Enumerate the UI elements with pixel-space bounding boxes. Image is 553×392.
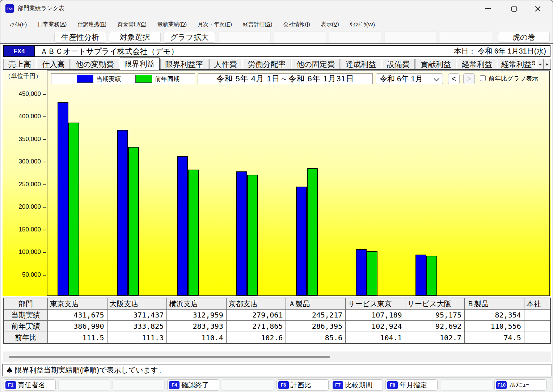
fkey-label-f10: ﾌﾙﾒﾆｭｰ	[508, 381, 529, 389]
tab-0[interactable]: 売上高	[3, 59, 36, 69]
bar-prior-2	[188, 170, 199, 295]
legend-label-0: 当期実績	[96, 75, 121, 83]
fkey-button-f7[interactable]: F7比較期間	[331, 379, 383, 391]
tab-5[interactable]: 人件費	[209, 59, 242, 69]
maximize-icon	[511, 6, 517, 12]
fkey-button-f1[interactable]: F1責任者名	[4, 379, 56, 391]
table-col-header-6: サービス大阪	[405, 298, 465, 310]
table-cell-0-1: 371,437	[107, 310, 167, 321]
fkey-badge-f1: F1	[5, 381, 16, 389]
fkey-badge-f4: F4	[169, 381, 180, 389]
ytick-label-450000: 450,000	[4, 90, 41, 98]
bar-prior-3	[247, 175, 258, 295]
tab-1[interactable]: 仕入高	[37, 59, 70, 69]
toolbar-button-0[interactable]: 生産性分析	[54, 32, 106, 43]
menu-item-3[interactable]: 資金管理(C)	[117, 21, 147, 28]
minimize-button[interactable]	[480, 3, 496, 14]
fkey-label-f7: 比較期間	[345, 380, 372, 390]
tab-scroll-right-button[interactable]: ►	[544, 59, 551, 69]
y-axis-unit-label: （単位千円）	[5, 72, 42, 80]
toolbar-empty-slot-2	[329, 31, 381, 43]
bar-current-0	[58, 102, 68, 295]
toolbar-help-button[interactable]: 虎の巻	[498, 32, 550, 43]
fkey-button-f4[interactable]: F4確認終了	[167, 379, 219, 391]
fkey-empty-slot-1	[58, 379, 110, 391]
toolbar-button-1[interactable]: 対象選択	[109, 32, 161, 43]
table-cell-1-8	[524, 321, 550, 332]
ytick-mark-450000	[43, 94, 46, 95]
fkey-button-f8[interactable]: F8年月指定	[385, 379, 438, 391]
month-select-dropdown[interactable]: 令和 6年 1月	[376, 73, 443, 84]
yoy-graph-checkbox-label: 前年比グラフ表示	[489, 74, 538, 83]
bar-prior-1	[128, 147, 139, 295]
table-cell-2-8	[524, 332, 550, 343]
ytick-mark-300000	[43, 162, 46, 162]
menu-item-9[interactable]: ｳｨﾝﾄﾞｳ(W)	[350, 21, 375, 27]
app-bar: FX4 ＡＢＣオートサプライ株式会社（デモ） 本日： 令和 6年 1月31日(水…	[3, 45, 550, 57]
tab-11[interactable]: 経常利益	[457, 59, 497, 69]
company-bar: ＡＢＣオートサプライ株式会社（デモ） 本日： 令和 6年 1月31日(水)	[35, 46, 550, 56]
table-cell-1-1: 333,825	[107, 321, 167, 332]
table-cell-0-7: 82,354	[465, 310, 524, 321]
horizontal-scrollbar[interactable]	[3, 351, 551, 362]
ytick-mark-400000	[43, 116, 46, 117]
menu-item-0[interactable]: ﾌｧｲﾙ(F)	[9, 21, 27, 27]
table-row-label-0: 当期実績	[4, 310, 48, 321]
scrollbar-thumb[interactable]	[9, 356, 330, 358]
bar-current-1	[117, 130, 128, 295]
bar-current-6	[415, 255, 426, 295]
table-cell-0-6: 95,175	[405, 310, 465, 321]
tab-2[interactable]: 他の変動費	[71, 59, 119, 69]
toolbar-empty-slot-4	[440, 31, 492, 43]
fkey-badge-f8: F8	[387, 381, 398, 389]
close-button[interactable]	[529, 3, 546, 14]
tab-10[interactable]: 貢献利益	[415, 59, 456, 69]
tab-12[interactable]: 経常利益率	[498, 59, 535, 69]
bar-prior-4	[307, 168, 318, 295]
table-row-label-1: 前年実績	[4, 321, 48, 332]
fkey-badge-f7: F7	[333, 381, 343, 389]
bar-prior-5	[367, 251, 377, 295]
ytick-mark-250000	[43, 184, 46, 185]
menu-item-8[interactable]: 表示(V)	[321, 21, 339, 28]
ytick-label-200000: 200,000	[4, 203, 41, 210]
toolbar-empty-slot-1	[274, 31, 326, 43]
table-col-header-5: サービス東京	[346, 298, 405, 310]
tab-4[interactable]: 限界利益率	[160, 59, 208, 69]
tab-scroll-left-button[interactable]: ◄	[537, 59, 544, 69]
tab-6[interactable]: 労働分配率	[243, 59, 291, 69]
tab-7[interactable]: 他の固定費	[292, 59, 340, 69]
tab-8[interactable]: 達成利益	[341, 59, 381, 69]
menu-item-1[interactable]: 日常業務(A)	[38, 21, 67, 28]
table-col-header-3: 京都支店	[227, 298, 286, 310]
table-cell-1-0: 386,990	[48, 321, 107, 332]
next-month-button[interactable]: >	[463, 73, 475, 84]
table-col-header-7: Ｂ製品	[465, 298, 524, 310]
ytick-label-50000: 50,000	[4, 271, 41, 278]
chevron-down-icon	[434, 76, 439, 81]
menu-item-6[interactable]: 経営計画(G)	[243, 21, 273, 28]
ytick-mark-100000	[43, 252, 46, 253]
ytick-label-400000: 400,000	[4, 113, 41, 120]
previous-month-button[interactable]: <	[448, 73, 460, 84]
menu-item-7[interactable]: 会社情報(I)	[283, 21, 310, 28]
fkey-button-f10[interactable]: F10ﾌﾙﾒﾆｭｰ	[494, 379, 546, 391]
status-bar: ♠ 限界利益当期実績順(降順)で表示しています。	[2, 364, 552, 376]
tab-3[interactable]: 限界利益	[120, 57, 160, 70]
menu-item-5[interactable]: 月次・年次(E)	[198, 21, 232, 28]
table-cell-0-5: 107,189	[346, 310, 405, 321]
fkey-label-f1: 責任者名	[18, 380, 45, 390]
menu-item-4[interactable]: 最新業績(D)	[157, 21, 187, 28]
status-message: 限界利益当期実績順(降順)で表示しています。	[15, 365, 165, 375]
menu-item-2[interactable]: 仕訳連携(B)	[77, 21, 106, 28]
maximize-button[interactable]	[506, 3, 522, 14]
table-cell-2-5: 104.1	[346, 332, 405, 343]
table-col-header-2: 横浜支店	[167, 298, 227, 310]
fkey-button-f6[interactable]: F6計画比	[276, 379, 329, 391]
tab-9[interactable]: 設備費	[382, 59, 415, 69]
toolbar-button-2[interactable]: グラフ拡大	[164, 32, 215, 43]
fkey-badge-f10: F10	[496, 381, 507, 389]
yoy-graph-checkbox[interactable]	[480, 75, 486, 81]
minimize-icon	[485, 8, 491, 9]
fkey-empty-slot-4	[222, 379, 274, 391]
